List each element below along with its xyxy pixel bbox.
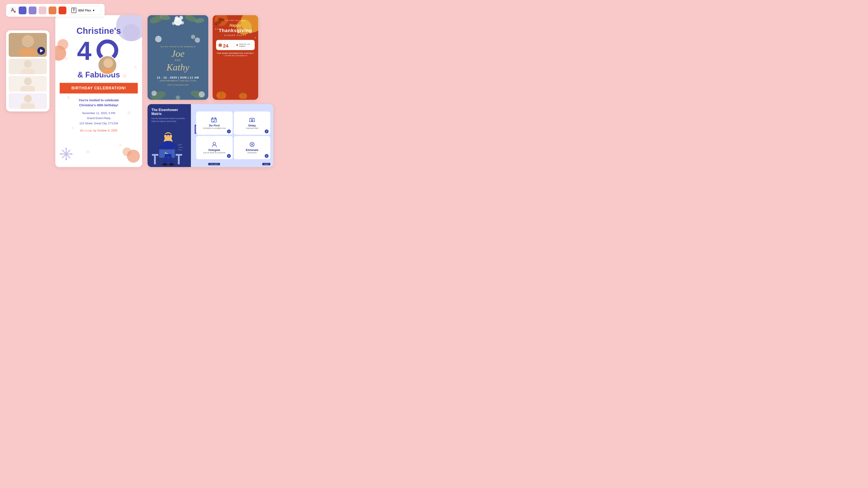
label-urgent: Urgent [262,163,270,165]
ei-cell-2: Delay Important task 2 [234,111,270,135]
thanks-day: 24 [223,43,231,48]
svg-point-73 [169,135,170,136]
delegate-title: Delegate [209,148,220,152]
cell-num-1: 1 [227,129,231,133]
paint-icon[interactable] [9,6,17,14]
svg-point-32 [103,58,113,68]
font-name: IBM Plex [78,8,91,12]
eisenhower-card: The Eisenhower Matrix Use the Eisenhower… [148,104,273,167]
wedding-invited-text: You are invited to the wedding of [160,45,195,48]
toolbar: T IBM Plex ▾ [6,4,104,17]
wedding-venue: Grand Hotel Ballroom, Great City, CT1234 [160,79,196,82]
birthday-title: Christine's [76,26,121,36]
thanks-contact-info: + 123 3456 789 | www.website.com [216,55,255,56]
svg-rect-69 [178,156,180,164]
thumb-3[interactable] [9,93,47,109]
svg-point-77 [169,163,174,165]
thumb-1[interactable] [9,59,47,74]
ei-right: Important Less Important Do First Schedu… [191,104,273,167]
color-swatch-3[interactable] [39,6,46,14]
cell-num-4: 4 [265,154,269,158]
birthday-banner-text: BIRTHDAY CELEBRATION! [60,86,138,91]
thanks-dinner: DINNER PARTY [216,34,255,36]
svg-point-50 [176,95,180,100]
color-swatch-1[interactable] [19,6,27,14]
wedding-and: AND [175,59,181,61]
svg-rect-13 [21,86,35,92]
svg-point-12 [24,77,32,85]
svg-rect-60 [243,93,243,95]
color-swatch-2[interactable] [29,6,36,14]
delay-sub: Important task [246,127,258,129]
ei-title: The Eisenhower Matrix [151,108,187,116]
thanks-thanksgiving: Thanksgiving [216,28,255,33]
thanks-happy: Happy [216,23,255,28]
wedding-date: 12 . 12 . 2025 | SUN | 11 AM [157,76,199,79]
cell-num-3: 3 [227,154,231,158]
birthday-card: Christine's 4 & Fabulous BIRTHDAY CELEBR… [55,15,142,167]
birthday-num-0-ring [97,39,118,61]
wedding-card: You are invited to the wedding of Joe AN… [148,15,208,100]
birthday-details: November 11, 2025, 5 PM Grand Event Plac… [79,110,119,126]
wedding-rsvp: RSVP | 10 November 2025 [167,84,188,86]
svg-rect-79 [212,117,213,119]
birthday-body: You're invited to celebrate Christine's … [74,94,123,136]
svg-rect-0 [9,6,17,13]
ei-left: The Eisenhower Matrix Use the Eisenhower… [148,104,191,167]
svg-point-49 [199,91,205,97]
do-first-icon [211,117,218,123]
thanks-invited: YOU'RE INVITED! [216,20,255,22]
birthday-content: Christine's 4 & Fabulous BIRTHDAY CELEBR… [55,15,142,167]
ei-cell-1: Do First Schedule to complete now 1 [196,111,232,135]
thanksgiving-card: ✦ ✦ ✦ YOU'RE INVITED! Happy Thanksgiving… [213,15,258,100]
play-button[interactable] [37,47,45,55]
svg-point-76 [162,163,167,165]
eliminate-sub: Distraction [248,152,257,154]
do-first-sub: Schedule to complete now [203,127,226,129]
svg-rect-80 [215,117,216,119]
font-selector[interactable]: T IBM Plex ▾ [68,6,101,14]
main-photo [9,33,47,57]
svg-point-40 [179,16,183,20]
svg-rect-68 [154,156,156,164]
svg-rect-64 [219,44,220,45]
label-less-urgent: Less Urgent [208,163,220,165]
birthday-rsvp: Do r.s.v.p. by October 8, 2025 [79,129,119,132]
svg-point-72 [166,135,167,136]
ei-desc: Use the Eisenhower Matrix to prioritize … [151,117,187,123]
location-icon [236,43,238,46]
svg-point-83 [213,142,216,145]
birthday-circle-photo [98,55,117,75]
birthday-number-wrap: 4 [77,38,120,68]
svg-point-48 [151,91,157,96]
phone-panel [6,30,50,111]
cell-num-2: 2 [265,129,269,133]
eliminate-icon [249,141,255,148]
svg-point-66 [237,44,237,45]
ei-cell-3: Delegate Can be done by someone 3 [196,136,232,159]
wedding-name1: Joe [171,48,184,59]
svg-rect-16 [21,103,35,109]
delay-icon [249,117,255,123]
ei-grid: Do First Schedule to complete now 1 Dela… [196,111,270,159]
do-first-title: Do First [209,124,220,127]
eliminate-title: Eliminate [246,148,258,152]
svg-rect-10 [21,69,35,74]
birthday-num-4: 4 [77,38,92,64]
font-t-icon: T [71,8,76,13]
delegate-sub: Can be done by someone [203,152,225,154]
wedding-name2: Kathy [166,62,189,73]
birthday-banner: BIRTHDAY CELEBRATION! [60,83,138,94]
thanks-location: Street 10, Los Angeles [239,43,252,47]
color-swatch-4[interactable] [49,6,56,14]
svg-rect-56 [221,92,222,94]
ei-cell-4: Eliminate Distraction 4 [234,136,270,159]
color-swatch-5[interactable] [59,6,66,14]
thanks-contact-label: FOR MORE INFORMATION CONTACT [216,52,255,54]
thumb-2[interactable] [9,76,47,92]
svg-rect-65 [221,44,221,45]
svg-rect-63 [219,44,221,46]
svg-point-1 [14,11,16,12]
delegate-icon [211,141,218,148]
svg-point-15 [24,95,32,103]
